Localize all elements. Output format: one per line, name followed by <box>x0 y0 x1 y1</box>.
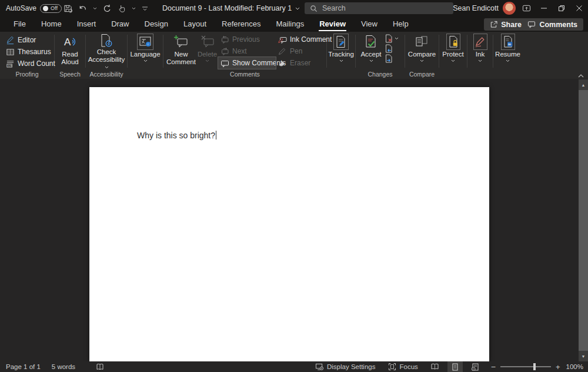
svg-text:in: in <box>508 42 512 46</box>
tab-design[interactable]: Design <box>137 17 176 32</box>
compare-icon <box>415 35 429 49</box>
customize-quick-access-toolbar-button[interactable] <box>139 1 151 15</box>
thesaurus-button[interactable]: Thesaurus <box>4 46 54 58</box>
autosave-label: AutoSave <box>6 4 36 12</box>
editor-button[interactable]: Editor <box>4 34 54 46</box>
chevron-down-icon[interactable] <box>395 37 399 40</box>
new-comment-button[interactable]: New Comment <box>166 32 196 68</box>
minimize-button[interactable] <box>535 0 553 16</box>
chevron-down-icon <box>93 7 97 10</box>
editor-label: Editor <box>18 36 36 44</box>
zoom-slider-thumb[interactable] <box>533 363 536 370</box>
pen-button[interactable]: Pen <box>276 45 326 57</box>
group-label-speech: Speech <box>55 71 85 78</box>
scroll-down-arrow-icon[interactable]: ▼ <box>579 351 588 361</box>
resume-button[interactable]: in Resume <box>493 32 522 68</box>
repeat-icon <box>103 4 112 13</box>
zoom-out-button[interactable]: − <box>491 362 496 371</box>
zoom-slider[interactable] <box>500 366 551 367</box>
protect-label: Protect <box>442 51 463 58</box>
tab-references[interactable]: References <box>214 17 268 32</box>
tab-home[interactable]: Home <box>34 17 69 32</box>
group-protect: Protect <box>439 32 467 79</box>
editor-icon <box>6 36 15 45</box>
tab-help[interactable]: Help <box>385 17 416 32</box>
read-mode-button[interactable] <box>427 361 443 372</box>
vertical-scrollbar[interactable]: ▲ ▼ <box>579 79 588 361</box>
scroll-up-arrow-icon[interactable]: ▲ <box>579 79 588 90</box>
new-comment-icon <box>173 35 189 49</box>
autosave-toggle[interactable]: Off <box>40 4 62 13</box>
status-bar: Page 1 of 1 5 words Display Settings Foc… <box>0 361 588 372</box>
previous-change-button[interactable] <box>385 44 399 53</box>
tab-file[interactable]: File <box>6 17 34 32</box>
next-comment-icon <box>220 48 229 55</box>
quick-access-toolbar <box>61 0 151 16</box>
tab-mailings[interactable]: Mailings <box>269 17 312 32</box>
previous-comment-icon <box>220 36 229 44</box>
tab-review[interactable]: Review <box>312 17 353 32</box>
compare-button[interactable]: Compare <box>405 32 439 68</box>
zoom-in-button[interactable]: + <box>556 363 560 371</box>
restore-button[interactable] <box>553 0 570 16</box>
tab-view[interactable]: View <box>353 17 385 32</box>
reject-change-button[interactable] <box>385 34 393 43</box>
repeat-button[interactable] <box>101 1 114 15</box>
next-change-button[interactable] <box>385 54 399 63</box>
tab-insert[interactable]: Insert <box>69 17 104 32</box>
group-compare: Compare Compare <box>405 32 439 79</box>
undo-dropdown[interactable] <box>91 1 99 15</box>
document-title[interactable]: Document 9 - Last Modified: February 1 <box>162 0 300 16</box>
tab-layout[interactable]: Layout <box>176 17 214 32</box>
language-button[interactable]: i Language <box>128 32 163 68</box>
restore-icon <box>558 5 565 12</box>
svg-text:A: A <box>64 36 71 48</box>
chevron-down-icon <box>205 59 209 62</box>
check-accessibility-button[interactable]: Check Accessibility <box>86 32 127 68</box>
print-layout-button[interactable] <box>447 361 463 372</box>
word-count-button[interactable]: 123 Word Count <box>4 58 54 69</box>
share-button[interactable]: Share <box>484 18 527 31</box>
touch-mode-icon <box>118 4 126 13</box>
scrollbar-thumb[interactable] <box>579 90 588 351</box>
word-count-indicator[interactable]: 5 words <box>52 363 75 370</box>
read-aloud-button[interactable]: A Read Aloud <box>55 32 85 68</box>
chevron-down-icon <box>339 59 343 62</box>
eraser-button[interactable]: Eraser <box>276 57 326 69</box>
web-layout-button[interactable]: i <box>467 361 483 372</box>
undo-button[interactable] <box>76 1 89 15</box>
touch-mode-dropdown[interactable] <box>129 1 138 15</box>
next-comment-button[interactable]: Next <box>218 45 276 57</box>
proofing-status-button[interactable] <box>96 363 104 371</box>
proofing-book-icon <box>96 363 104 371</box>
ink-comment-button[interactable]: Ink Comment <box>276 34 326 45</box>
autosave-state: Off <box>51 5 58 11</box>
avatar[interactable] <box>503 2 516 15</box>
zoom-level[interactable]: 100% <box>566 363 583 370</box>
comments-button[interactable]: Comments <box>522 18 583 31</box>
protect-button[interactable]: Protect <box>439 32 467 68</box>
search-placeholder: Search <box>322 4 346 12</box>
tab-draw[interactable]: Draw <box>103 17 136 32</box>
touch-mouse-mode-button[interactable] <box>115 1 128 15</box>
page[interactable]: Why is this so bright? <box>89 87 489 361</box>
autosave-control[interactable]: AutoSave Off <box>6 0 62 16</box>
previous-comment-button[interactable]: Previous <box>218 34 276 45</box>
close-button[interactable] <box>570 0 588 16</box>
comment-icon <box>527 21 536 28</box>
group-language: i Language <box>128 32 163 79</box>
document-text[interactable]: Why is this so bright? <box>137 131 216 140</box>
account-name[interactable]: Sean Endicott <box>453 0 499 16</box>
accept-button[interactable]: Accept <box>358 32 385 68</box>
delete-comment-button[interactable]: Delete <box>196 32 218 68</box>
ribbon-display-options-button[interactable] <box>517 0 535 16</box>
page-indicator[interactable]: Page 1 of 1 <box>6 363 41 370</box>
ink-button[interactable]: Ink <box>467 32 493 68</box>
display-settings-button[interactable]: Display Settings <box>315 363 375 371</box>
save-button[interactable] <box>61 1 75 15</box>
focus-button[interactable]: Focus <box>388 363 417 371</box>
show-comments-button[interactable]: Show Comments <box>218 57 276 69</box>
search-input[interactable]: Search <box>305 2 453 14</box>
tracking-button[interactable]: Tracking <box>327 32 355 68</box>
collapse-ribbon-button[interactable] <box>578 74 584 78</box>
